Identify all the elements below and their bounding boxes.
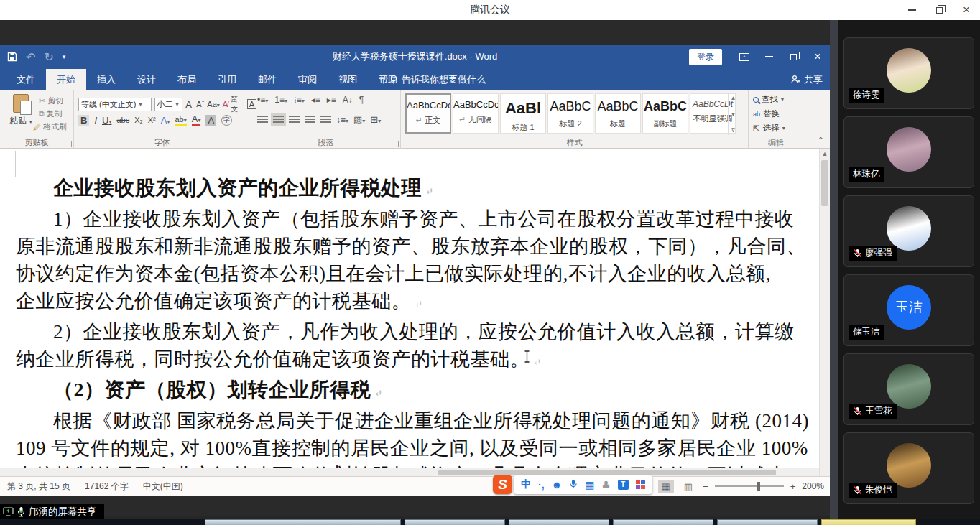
ribbon-tab[interactable]: 引用 [207,69,247,90]
bullets-button[interactable]: •≡▾ [257,95,268,105]
subscript-button[interactable]: X₂ [134,116,143,124]
clear-formatting-button[interactable]: A̸ [223,100,228,108]
gallery-up-icon[interactable]: ▲ [731,95,736,101]
meeting-close-button[interactable]: × [953,0,980,20]
participant-tile[interactable]: 朱俊恺 [843,432,974,504]
participant-tile[interactable]: 玉洁储玉洁 [843,274,974,346]
zoom-slider-thumb[interactable] [757,482,760,491]
ribbon-tab[interactable]: 布局 [167,69,207,90]
style-card[interactable]: AaBbC标题 2 [547,93,593,134]
vertical-scroll-thumb[interactable] [821,160,828,206]
increase-indent-button[interactable]: ▸≡ [327,95,336,105]
styles-gallery-scroll[interactable]: ▲▼⊽ [728,93,738,135]
numbering-button[interactable]: 1≡▾ [274,95,287,105]
taskbar-window-button[interactable] [613,519,713,525]
font-dialog-launcher[interactable] [243,141,249,147]
find-button[interactable]: 查找▾ [753,94,785,105]
ime-skin-icon[interactable]: T [618,480,629,490]
cut-button[interactable]: ✂剪切 [39,96,63,106]
page-indicator[interactable]: 第 3 页, 共 15 页 [7,480,70,493]
paste-button[interactable]: 粘贴 ▾ [6,94,36,136]
share-button[interactable]: 共享 [790,69,823,90]
style-card[interactable]: AaBbC标题 [595,93,641,134]
document-area[interactable]: 企业接收股东划入资产的企业所得税处理1）企业接收股东划入资产（包括股东赠予资产、… [0,149,830,476]
ribbon-tab[interactable]: 文件 [6,69,46,90]
highlight-color-button[interactable]: ab▾ [175,115,186,126]
ribbon-tab[interactable]: 开始 [46,69,86,90]
meeting-minimize-button[interactable] [898,0,925,20]
phonetic-guide-button[interactable]: 蝅文 [231,94,244,114]
taskbar-window-button[interactable] [205,519,401,525]
character-shading-button[interactable]: A [205,115,216,126]
ime-voice-icon[interactable] [569,479,578,490]
font-size-select[interactable]: 小二▾ [154,98,183,111]
format-painter-button[interactable]: 🖉格式刷 [33,121,67,132]
align-center-button[interactable] [273,116,284,124]
gallery-down-icon[interactable]: ▼ [731,111,736,118]
meeting-restore-button[interactable] [925,0,953,20]
zoom-level[interactable]: 200% [802,481,824,491]
font-color-button[interactable]: A▾ [192,113,201,126]
ribbon-tab[interactable]: 邮件 [247,69,287,90]
ime-mode-button[interactable]: 中 [521,478,531,491]
ribbon-display-options-button[interactable]: ^ [732,45,757,69]
ime-punctuation-icon[interactable]: ·, [538,479,545,491]
underline-button[interactable]: U▾ [102,115,111,126]
word-count[interactable]: 17162 个字 [85,480,129,493]
shrink-font-button[interactable]: Aˇ [196,100,204,108]
show-marks-button[interactable]: ¶ [359,95,364,105]
font-name-select[interactable]: 等线 (中文正文)▾ [78,98,152,111]
copy-button[interactable]: ⧉复制 [39,108,63,119]
sogou-logo-icon[interactable]: S [493,475,512,494]
paragraph-dialog-launcher[interactable] [392,141,399,147]
ime-account-icon[interactable]: 👤︎ [602,480,611,490]
grow-font-button[interactable]: Aˆ [185,99,193,110]
text-effects-button[interactable]: A▾ [161,115,170,126]
enclose-characters-button[interactable]: 字 [221,115,232,126]
style-card[interactable]: AaBl标题 1 [500,93,546,134]
bold-button[interactable]: B [78,115,89,126]
word-close-button[interactable]: × [805,45,830,69]
shading-button[interactable]: ▨▾ [353,114,365,125]
participant-tile[interactable]: 林珠亿 [843,116,974,188]
web-layout-button[interactable]: ▥ [680,480,696,493]
styles-dialog-launcher[interactable] [740,141,746,147]
ribbon-tab[interactable]: 审阅 [287,69,328,90]
superscript-button[interactable]: X² [148,116,156,124]
tell-me-box[interactable]: 告诉我你想要做什么 [381,69,494,90]
style-card[interactable]: AaBbCcDc正文 [405,93,451,134]
participant-tile[interactable]: 廖强强 [843,195,974,267]
taskbar-window-button[interactable] [405,519,505,525]
participant-tile[interactable]: 王雪花 [843,353,974,425]
multilevel-list-button[interactable]: ⁝≡▾ [294,95,305,105]
word-restore-button[interactable] [781,45,805,69]
strikethrough-button[interactable]: abc [116,116,129,124]
italic-button[interactable]: I [94,115,97,126]
line-spacing-button[interactable]: ↕≡▾ [336,115,348,125]
horizontal-scrollbar[interactable] [0,468,819,476]
sort-button[interactable]: A↓ [343,95,353,105]
collapse-ribbon-button[interactable]: ⌃ [818,136,824,145]
borders-button[interactable]: ⊞▾ [370,114,381,125]
paste-dropdown-icon[interactable]: ▾ [29,119,32,125]
word-minimize-button[interactable] [757,45,781,69]
distribute-button[interactable] [320,116,331,124]
language-indicator[interactable]: 中文(中国) [143,480,183,493]
gallery-more-icon[interactable]: ⊽ [731,127,736,134]
decrease-indent-button[interactable]: ◂≡ [311,95,320,105]
taskbar-window-button[interactable] [509,519,609,525]
style-card[interactable]: AaBbCcDc无间隔 [453,93,499,134]
change-case-button[interactable]: Aa▾ [207,100,219,108]
align-left-button[interactable] [257,116,268,124]
ribbon-tab[interactable]: 视图 [328,69,368,90]
participant-tile[interactable]: 徐诗雯 [843,37,974,109]
print-layout-button[interactable]: ▦ [658,480,674,493]
zoom-out-button[interactable]: − [703,481,708,492]
ime-keyboard-icon[interactable]: ▦ [585,479,594,491]
style-card[interactable]: AaBbC副标题 [642,93,688,134]
login-button[interactable]: 登录 [689,49,722,65]
zoom-slider[interactable] [715,485,784,487]
justify-button[interactable] [305,116,315,124]
zoom-in-button[interactable]: + [790,481,796,492]
replace-button[interactable]: ab替换 [753,108,785,119]
